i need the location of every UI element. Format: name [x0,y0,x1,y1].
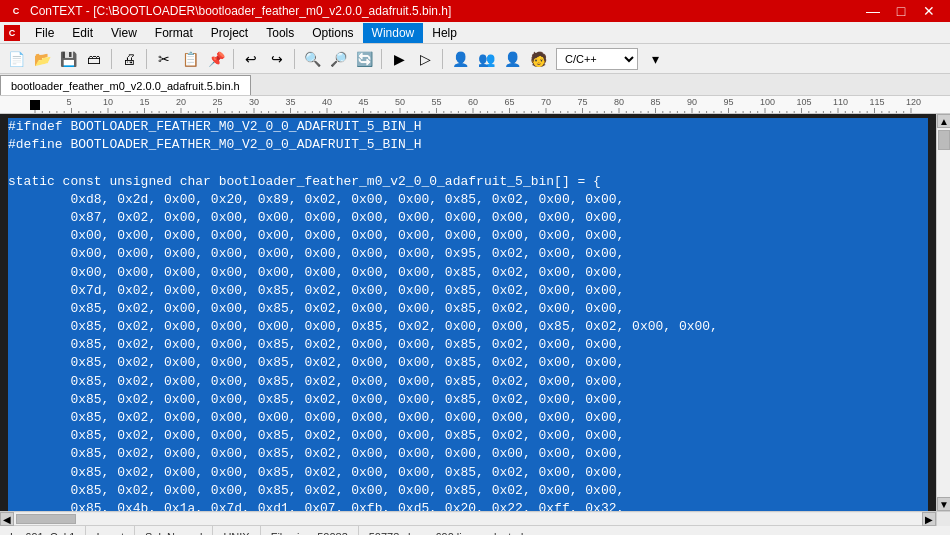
title-bar-left: C ConTEXT - [C:\BOOTLOADER\bootloader_fe… [8,3,451,19]
status-filesize: File size: 50083 [261,526,359,535]
menu-file[interactable]: File [26,23,63,43]
code-line: 0x00, 0x00, 0x00, 0x00, 0x00, 0x00, 0x00… [8,264,928,282]
status-mode: Insert [86,526,135,535]
code-line: 0x85, 0x4b, 0x1a, 0x7d, 0xd1, 0x07, 0xfb… [8,500,928,511]
toolbar-sep-2 [146,49,147,69]
code-line: 0x85, 0x02, 0x00, 0x00, 0x85, 0x02, 0x00… [8,300,928,318]
user4-button[interactable]: 🧑 [526,47,550,71]
toolbar-sep-4 [294,49,295,69]
vertical-scrollbar[interactable]: ▲ ▼ [936,114,950,511]
toolbar-sep-5 [381,49,382,69]
new-button[interactable]: 📄 [4,47,28,71]
menu-bar: C File Edit View Format Project Tools Op… [0,22,950,44]
save-all-button[interactable]: 🗃 [82,47,106,71]
code-line: 0x85, 0x02, 0x00, 0x00, 0x85, 0x02, 0x00… [8,445,928,463]
filesize-text: File size: 50083 [271,531,348,536]
code-line [8,154,928,172]
tab-label: bootloader_feather_m0_v2.0.0_adafruit.5.… [11,80,240,92]
code-line: 0x85, 0x02, 0x00, 0x00, 0x00, 0x00, 0x00… [8,409,928,427]
user1-button[interactable]: 👤 [448,47,472,71]
editor-tab[interactable]: bootloader_feather_m0_v2.0.0_adafruit.5.… [0,75,251,95]
toolbar-sep-3 [233,49,234,69]
code-line: 0xd8, 0x2d, 0x00, 0x20, 0x89, 0x02, 0x00… [8,191,928,209]
code-line: 0x87, 0x02, 0x00, 0x00, 0x00, 0x00, 0x00… [8,209,928,227]
run-button[interactable]: ▶ [387,47,411,71]
lang-dropdown-button[interactable]: ▾ [640,47,670,71]
code-line: 0x85, 0x02, 0x00, 0x00, 0x00, 0x00, 0x85… [8,318,928,336]
scroll-track[interactable] [937,128,950,497]
user2-button[interactable]: 👥 [474,47,498,71]
editor-container: #ifndef BOOTLOADER_FEATHER_M0_V2_0_0_ADA… [0,114,950,511]
horizontal-scrollbar[interactable]: ◀ ▶ [0,512,936,525]
code-line: 0x7d, 0x02, 0x00, 0x00, 0x85, 0x02, 0x00… [8,282,928,300]
code-line: 0x85, 0x02, 0x00, 0x00, 0x85, 0x02, 0x00… [8,336,928,354]
tab-bar: bootloader_feather_m0_v2.0.0_adafruit.5.… [0,74,950,96]
cut-button[interactable]: ✂ [152,47,176,71]
ruler [0,96,950,114]
toolbar: 📄 📂 💾 🗃 🖨 ✂ 📋 📌 ↩ ↪ 🔍 🔎 🔄 ▶ ▷ 👤 👥 👤 🧑 C/… [0,44,950,74]
menu-format[interactable]: Format [146,23,202,43]
menu-options[interactable]: Options [303,23,362,43]
toolbar-sep-1 [111,49,112,69]
menu-help[interactable]: Help [423,23,466,43]
maximize-button[interactable]: □ [888,1,914,21]
close-button[interactable]: ✕ [916,1,942,21]
chars-text: 50773 chars, 690 lines selected. [369,531,527,536]
status-bar: Ln 691, Col 1 Insert Sel: Normal UNIX Fi… [0,525,950,535]
redo-button[interactable]: ↪ [265,47,289,71]
scroll-corner [936,512,950,526]
editor-content: #ifndef BOOTLOADER_FEATHER_M0_V2_0_0_ADA… [0,114,936,511]
menu-tools[interactable]: Tools [257,23,303,43]
status-sel: Sel: Normal [135,526,213,535]
code-line: #define BOOTLOADER_FEATHER_M0_V2_0_0_ADA… [8,136,928,154]
title-text: ConTEXT - [C:\BOOTLOADER\bootloader_feat… [30,4,451,18]
scroll-thumb[interactable] [938,130,950,150]
eol-text: UNIX [223,531,249,536]
menu-project[interactable]: Project [202,23,257,43]
ruler-canvas [0,96,950,114]
menu-app-icon: C [4,25,20,41]
sel-text: Sel: Normal [145,531,202,536]
find-next-button[interactable]: 🔎 [326,47,350,71]
undo-button[interactable]: ↩ [239,47,263,71]
h-scroll-thumb[interactable] [16,514,76,524]
title-bar-controls: — □ ✕ [860,1,942,21]
h-scroll-track[interactable] [14,513,922,525]
mode-text: Insert [96,531,124,536]
status-chars: 50773 chars, 690 lines selected. [359,526,950,535]
code-line: 0x00, 0x00, 0x00, 0x00, 0x00, 0x00, 0x00… [8,227,928,245]
language-selector[interactable]: C/C++ Plain Text JavaScript Python [556,48,638,70]
code-line: 0x85, 0x02, 0x00, 0x00, 0x85, 0x02, 0x00… [8,354,928,372]
scroll-up-arrow[interactable]: ▲ [937,114,950,128]
code-line: #ifndef BOOTLOADER_FEATHER_M0_V2_0_0_ADA… [8,118,928,136]
run2-button[interactable]: ▷ [413,47,437,71]
user3-button[interactable]: 👤 [500,47,524,71]
scroll-left-arrow[interactable]: ◀ [0,512,14,526]
save-button[interactable]: 💾 [56,47,80,71]
replace-button[interactable]: 🔄 [352,47,376,71]
code-line: 0x85, 0x02, 0x00, 0x00, 0x85, 0x02, 0x00… [8,464,928,482]
print-button[interactable]: 🖨 [117,47,141,71]
scroll-down-arrow[interactable]: ▼ [937,497,950,511]
paste-button[interactable]: 📌 [204,47,228,71]
code-line: 0x00, 0x00, 0x00, 0x00, 0x00, 0x00, 0x00… [8,245,928,263]
menu-view[interactable]: View [102,23,146,43]
editor[interactable]: #ifndef BOOTLOADER_FEATHER_M0_V2_0_0_ADA… [0,114,936,511]
toolbar-sep-6 [442,49,443,69]
scroll-right-arrow[interactable]: ▶ [922,512,936,526]
code-line: 0x85, 0x02, 0x00, 0x00, 0x85, 0x02, 0x00… [8,427,928,445]
menu-window[interactable]: Window [363,23,424,43]
code-line: static const unsigned char bootloader_fe… [8,173,928,191]
find-button[interactable]: 🔍 [300,47,324,71]
menu-edit[interactable]: Edit [63,23,102,43]
copy-button[interactable]: 📋 [178,47,202,71]
title-bar: C ConTEXT - [C:\BOOTLOADER\bootloader_fe… [0,0,950,22]
code-line: 0x85, 0x02, 0x00, 0x00, 0x85, 0x02, 0x00… [8,482,928,500]
code-line: 0x85, 0x02, 0x00, 0x00, 0x85, 0x02, 0x00… [8,391,928,409]
status-eol: UNIX [213,526,260,535]
status-position: Ln 691, Col 1 [0,526,86,535]
position-text: Ln 691, Col 1 [10,531,75,536]
open-button[interactable]: 📂 [30,47,54,71]
minimize-button[interactable]: — [860,1,886,21]
horizontal-scrollbar-container: ◀ ▶ [0,511,950,525]
